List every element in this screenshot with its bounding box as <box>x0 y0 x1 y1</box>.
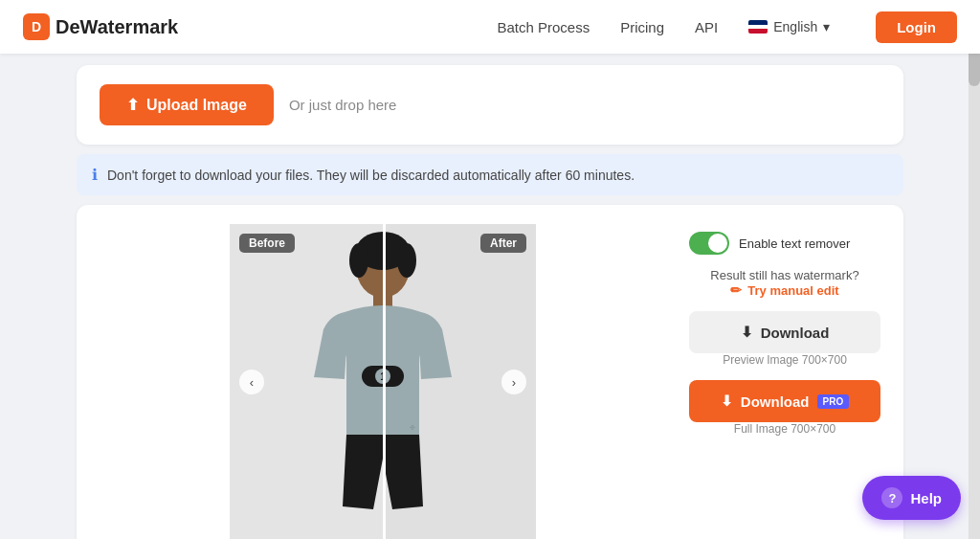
info-icon: ℹ <box>92 166 98 184</box>
image-compare-wrap: 1 ✤ Before After ‹ › <box>100 224 666 539</box>
upload-icon: ⬆ <box>126 96 139 114</box>
nav-api[interactable]: API <box>695 19 718 35</box>
result-card: 1 ✤ Before After ‹ › <box>77 205 903 539</box>
navbar: D DeWatermark Batch Process Pricing API … <box>0 0 980 54</box>
logo: D DeWatermark <box>23 13 497 40</box>
toggle-knob <box>708 234 727 253</box>
scrollbar[interactable] <box>969 0 980 539</box>
logo-icon: D <box>23 13 50 40</box>
help-icon: ? <box>881 487 902 508</box>
download-pro-icon: ⬇ <box>721 393 733 410</box>
text-remover-toggle-row: Enable text remover <box>689 232 880 255</box>
flag-icon <box>748 20 768 34</box>
prev-arrow[interactable]: ‹ <box>239 370 264 394</box>
login-button[interactable]: Login <box>876 11 957 43</box>
download-pro-button[interactable]: ⬇ Download PRO <box>689 380 880 422</box>
main-content: ⬆ Upload Image Or just drop here ℹ Don't… <box>0 65 980 539</box>
preview-size-text: Preview Image 700×700 <box>689 353 880 367</box>
nav-links: Batch Process Pricing API English ▾ Logi… <box>497 11 957 43</box>
nav-pricing[interactable]: Pricing <box>620 19 664 35</box>
info-message: Don't forget to download your files. The… <box>107 168 635 183</box>
manual-edit-link[interactable]: ✏ Try manual edit <box>689 282 880 298</box>
before-badge: Before <box>239 234 295 253</box>
upload-bar: ⬆ Upload Image Or just drop here <box>77 65 903 145</box>
compare-divider <box>383 224 386 539</box>
edit-icon: ✏ <box>730 282 742 298</box>
info-bar: ℹ Don't forget to download your files. T… <box>77 154 903 195</box>
text-remover-toggle[interactable] <box>689 232 729 255</box>
full-size-text: Full Image 700×700 <box>689 422 880 436</box>
language-label: English <box>773 19 817 34</box>
pro-badge: PRO <box>817 394 850 409</box>
download-free-button[interactable]: ⬇ Download <box>689 311 880 353</box>
upload-button[interactable]: ⬆ Upload Image <box>100 84 274 125</box>
free-download-section: ⬇ Download Preview Image 700×700 <box>689 311 880 367</box>
pro-download-section: ⬇ Download PRO Full Image 700×700 <box>689 380 880 436</box>
chevron-down-icon: ▾ <box>823 19 830 34</box>
svg-point-3 <box>397 243 416 278</box>
nav-batch-process[interactable]: Batch Process <box>497 19 590 35</box>
after-badge: After <box>480 234 526 253</box>
svg-text:✤: ✤ <box>410 424 415 431</box>
toggle-label: Enable text remover <box>739 236 850 251</box>
logo-text: DeWatermark <box>56 16 178 38</box>
or-drop-text: Or just drop here <box>289 97 397 113</box>
svg-point-2 <box>349 243 368 278</box>
right-panel: Enable text remover Result still has wat… <box>689 224 880 436</box>
next-arrow[interactable]: › <box>501 370 526 394</box>
help-button[interactable]: ? Help <box>862 476 961 520</box>
watermark-question: Result still has watermark? ✏ Try manual… <box>689 268 880 298</box>
image-compare: 1 ✤ Before After ‹ › <box>230 224 536 539</box>
language-selector[interactable]: English ▾ <box>748 19 830 34</box>
download-free-icon: ⬇ <box>741 324 753 341</box>
